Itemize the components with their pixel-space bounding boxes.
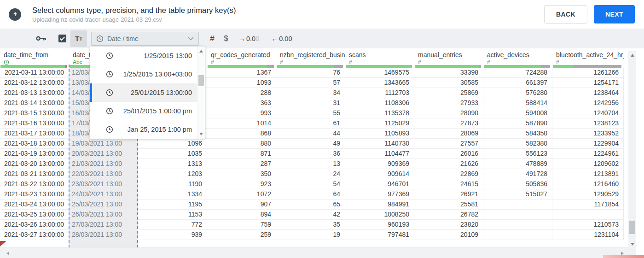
cell[interactable]: 515027	[483, 189, 552, 199]
column-header-date_time_from[interactable]: date_time_from	[0, 48, 69, 68]
cell[interactable]: 939	[138, 230, 207, 240]
cell[interactable]: 65	[276, 199, 345, 209]
cell[interactable]: 977369	[345, 189, 414, 199]
cell[interactable]: 1008250	[345, 210, 414, 219]
cell[interactable]: 26/03/2021 13:00	[69, 210, 138, 219]
cell[interactable]: 44	[276, 129, 345, 138]
cell[interactable]: 2021-03-19 13:00:00	[0, 149, 69, 158]
cell[interactable]: 2021-03-22 13:00:00	[0, 179, 69, 189]
cell[interactable]: 13	[276, 159, 345, 169]
cell[interactable]: 31	[276, 98, 345, 108]
column-header-active_devices[interactable]: active_devices#	[483, 48, 552, 68]
cell[interactable]: 19/03/2021 13:00	[69, 139, 138, 148]
cell[interactable]: 21626	[414, 159, 483, 169]
currency-type-button[interactable]: $	[220, 34, 232, 43]
text-type-button[interactable]: TT	[70, 30, 87, 47]
menu-item-date-format[interactable]: 25/01/2015 13:00:00	[90, 83, 197, 102]
next-button[interactable]: NEXT	[594, 5, 635, 23]
cell[interactable]: 19	[276, 230, 345, 240]
cell[interactable]: 1190	[138, 179, 207, 189]
scroll-down-arrow-icon[interactable]	[631, 243, 634, 246]
cell[interactable]: 1216460	[552, 179, 624, 189]
cell[interactable]: 28069	[414, 129, 483, 138]
scroll-up-arrow-icon[interactable]	[199, 50, 203, 53]
cell[interactable]: 1153	[138, 210, 207, 219]
cell[interactable]: 984991	[345, 199, 414, 209]
cell[interactable]: 2021-03-23 13:00:00	[0, 189, 69, 199]
cell[interactable]: 1213891	[552, 169, 624, 179]
cell[interactable]	[483, 230, 552, 240]
primary-key-icon[interactable]	[36, 35, 46, 42]
cell[interactable]: 27557	[414, 139, 483, 148]
cell[interactable]: 1367	[207, 68, 276, 77]
cell[interactable]: 61	[276, 118, 345, 128]
cell[interactable]: 20109	[414, 230, 483, 240]
cell[interactable]	[483, 199, 552, 209]
cell[interactable]: 1229904	[552, 139, 624, 148]
cell[interactable]: 30585	[414, 78, 483, 88]
scroll-left-arrow-icon[interactable]	[6, 252, 9, 255]
cell[interactable]: 661397	[483, 78, 552, 88]
cell[interactable]: 2021-03-27 13:00:00	[0, 230, 69, 240]
cell[interactable]: 26016	[414, 149, 483, 158]
cell[interactable]: 1238464	[552, 88, 624, 98]
cell[interactable]: 772	[138, 220, 207, 229]
cell[interactable]: 1261266	[552, 68, 624, 77]
cell[interactable]	[552, 210, 624, 219]
cell[interactable]: 594008	[483, 108, 552, 118]
menu-item-date-format[interactable]: 1/25/2015 13:00+03:00	[90, 65, 197, 83]
cell[interactable]: 759	[207, 220, 276, 229]
cell[interactable]: 797481	[345, 230, 414, 240]
cell[interactable]: 23/03/2021 13:00	[69, 179, 138, 189]
cell[interactable]: 1238123	[552, 118, 624, 128]
cell[interactable]: 22/03/2021 13:00	[69, 169, 138, 179]
cell[interactable]: 22869	[414, 169, 483, 179]
scroll-down-arrow-icon[interactable]	[199, 133, 203, 135]
include-column-checkbox[interactable]	[58, 35, 66, 42]
increase-decimals-button[interactable]: →0.00	[236, 34, 262, 43]
cell[interactable]: 42	[276, 210, 345, 219]
cell[interactable]: 1224961	[552, 149, 624, 158]
column-header-qr_codes_generated[interactable]: qr_codes_generated#	[207, 48, 276, 68]
cell[interactable]: 1112703	[345, 88, 414, 98]
cell[interactable]: 868	[207, 129, 276, 138]
cell[interactable]: 55	[276, 108, 345, 118]
cell[interactable]: 26921	[414, 189, 483, 199]
cell[interactable]: 1125029	[345, 118, 414, 128]
number-type-button[interactable]: #	[206, 34, 218, 44]
cell[interactable]: 34	[276, 88, 345, 98]
cell[interactable]: 1096	[138, 139, 207, 148]
menu-scrollbar[interactable]	[197, 47, 205, 139]
cell[interactable]: 27873	[414, 118, 483, 128]
type-format-dropdown[interactable]: Date / time	[91, 32, 199, 46]
cell[interactable]: 587890	[483, 118, 552, 128]
cell[interactable]: 576280	[483, 88, 552, 98]
cell[interactable]: 1135378	[345, 108, 414, 118]
cell[interactable]: 2021-03-18 13:00:00	[0, 139, 69, 148]
cell[interactable]: 57	[276, 78, 345, 88]
cell[interactable]: 54	[276, 179, 345, 189]
cell[interactable]: 2021-03-24 13:00:00	[0, 199, 69, 209]
cell[interactable]: 993	[207, 108, 276, 118]
menu-item-date-format[interactable]: Jan 25, 2015 1:00 pm	[90, 120, 197, 139]
cell[interactable]: 26782	[414, 210, 483, 219]
cell[interactable]: 25581	[414, 199, 483, 209]
cell[interactable]: 2021-03-17 13:00:00	[0, 129, 69, 138]
cell[interactable]: 556123	[483, 149, 552, 158]
cell[interactable]: 49	[276, 139, 345, 148]
cell[interactable]: 724288	[483, 68, 552, 77]
cell[interactable]: 478889	[483, 159, 552, 169]
cell[interactable]: 880	[207, 139, 276, 148]
cell[interactable]: 584350	[483, 129, 552, 138]
cell[interactable]: 27933	[414, 98, 483, 108]
cell[interactable]: 36	[276, 149, 345, 158]
cell[interactable]: 491728	[483, 169, 552, 179]
cell[interactable]: 1290529	[552, 189, 624, 199]
cell[interactable]: 923	[207, 179, 276, 189]
cell[interactable]: 1108306	[345, 98, 414, 108]
cell[interactable]: 2021-03-15 13:00:00	[0, 108, 69, 118]
cell[interactable]: 946701	[345, 179, 414, 189]
vertical-scrollbar[interactable]	[628, 51, 636, 258]
cell[interactable]: 588414	[483, 98, 552, 108]
horizontal-scrollbar[interactable]	[0, 248, 628, 258]
